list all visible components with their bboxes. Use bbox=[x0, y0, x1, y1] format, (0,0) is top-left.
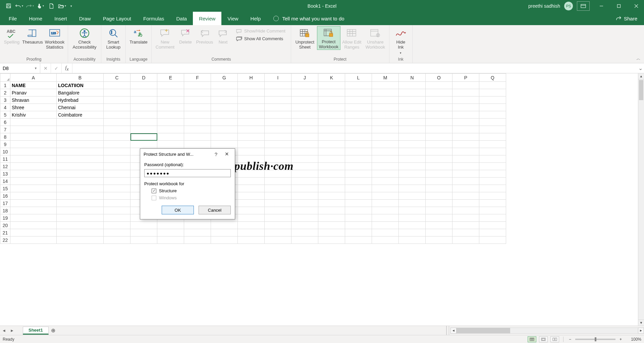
cell[interactable] bbox=[345, 148, 372, 155]
cell[interactable] bbox=[345, 185, 372, 192]
cell[interactable] bbox=[130, 96, 157, 104]
cell[interactable] bbox=[211, 89, 238, 96]
cell[interactable] bbox=[184, 236, 211, 244]
cell[interactable] bbox=[318, 148, 345, 155]
cell[interactable] bbox=[10, 229, 57, 236]
cell[interactable] bbox=[291, 126, 318, 133]
cell[interactable] bbox=[238, 119, 265, 126]
structure-checkbox-row[interactable]: ✓ Structure bbox=[152, 188, 231, 193]
cell[interactable] bbox=[479, 96, 506, 104]
cell[interactable] bbox=[426, 222, 452, 229]
zoom-in-button[interactable]: + bbox=[618, 337, 623, 342]
cell[interactable] bbox=[452, 214, 479, 222]
cell[interactable] bbox=[452, 229, 479, 236]
cell[interactable] bbox=[104, 104, 130, 111]
cell[interactable] bbox=[238, 82, 265, 89]
cell[interactable] bbox=[57, 236, 104, 244]
redo-icon[interactable]: ▾ bbox=[25, 1, 35, 11]
column-header[interactable]: L bbox=[345, 74, 372, 82]
cell[interactable] bbox=[479, 163, 506, 170]
scroll-up-icon[interactable]: ▲ bbox=[638, 73, 644, 79]
cell[interactable] bbox=[238, 126, 265, 133]
cell[interactable] bbox=[399, 192, 426, 200]
cell[interactable] bbox=[345, 214, 372, 222]
select-all-corner[interactable] bbox=[0, 74, 10, 82]
tab-data[interactable]: Data bbox=[170, 12, 193, 25]
cell[interactable] bbox=[238, 104, 265, 111]
zoom-slider[interactable] bbox=[575, 339, 615, 340]
scroll-right-icon[interactable]: ► bbox=[638, 328, 644, 334]
cell[interactable] bbox=[265, 222, 291, 229]
cell[interactable] bbox=[399, 170, 426, 178]
cell[interactable] bbox=[426, 170, 452, 178]
cell[interactable] bbox=[399, 148, 426, 155]
cell[interactable] bbox=[399, 200, 426, 207]
cell[interactable] bbox=[318, 178, 345, 185]
scroll-down-icon[interactable]: ▼ bbox=[638, 320, 644, 326]
cell[interactable] bbox=[479, 155, 506, 163]
row-header[interactable]: 18 bbox=[0, 207, 10, 214]
zoom-out-button[interactable]: − bbox=[568, 337, 573, 342]
cell[interactable] bbox=[291, 148, 318, 155]
cell[interactable]: Pranav bbox=[10, 89, 57, 96]
cell[interactable] bbox=[372, 170, 399, 178]
cell[interactable] bbox=[345, 111, 372, 119]
row-header[interactable]: 5 bbox=[0, 111, 10, 119]
cell[interactable] bbox=[130, 141, 157, 148]
column-header[interactable]: H bbox=[238, 74, 265, 82]
cell[interactable] bbox=[104, 96, 130, 104]
cell[interactable] bbox=[265, 148, 291, 155]
cell[interactable] bbox=[57, 229, 104, 236]
column-header[interactable]: K bbox=[318, 74, 345, 82]
cell[interactable] bbox=[399, 111, 426, 119]
cell[interactable] bbox=[157, 222, 184, 229]
cell[interactable] bbox=[104, 163, 130, 170]
cell[interactable] bbox=[345, 170, 372, 178]
cell[interactable] bbox=[157, 126, 184, 133]
ok-button[interactable]: OK bbox=[162, 206, 194, 214]
tab-draw[interactable]: Draw bbox=[73, 12, 97, 25]
cell[interactable] bbox=[130, 89, 157, 96]
tab-file[interactable]: File bbox=[3, 12, 23, 25]
cell[interactable] bbox=[291, 222, 318, 229]
cell[interactable] bbox=[130, 104, 157, 111]
cell[interactable] bbox=[238, 207, 265, 214]
cell[interactable] bbox=[184, 222, 211, 229]
cell[interactable] bbox=[57, 126, 104, 133]
account-name[interactable]: preethi sadhish bbox=[528, 3, 560, 9]
column-header[interactable]: N bbox=[399, 74, 426, 82]
cell[interactable] bbox=[238, 236, 265, 244]
cell[interactable] bbox=[104, 111, 130, 119]
column-header[interactable]: C bbox=[104, 74, 130, 82]
row-header[interactable]: 13 bbox=[0, 170, 10, 178]
cell[interactable] bbox=[10, 207, 57, 214]
tab-help[interactable]: Help bbox=[245, 12, 267, 25]
cell[interactable] bbox=[291, 214, 318, 222]
cell[interactable] bbox=[345, 178, 372, 185]
cell[interactable] bbox=[291, 96, 318, 104]
cell[interactable] bbox=[479, 89, 506, 96]
cell[interactable]: Krishiv bbox=[10, 111, 57, 119]
cell[interactable] bbox=[426, 104, 452, 111]
cell[interactable] bbox=[211, 236, 238, 244]
worksheet-grid[interactable]: ABCDEFGHIJKLMNOPQ1NAMELOCATIION2PranavBa… bbox=[0, 73, 644, 326]
cell[interactable] bbox=[479, 119, 506, 126]
cell[interactable] bbox=[211, 96, 238, 104]
scroll-thumb[interactable] bbox=[639, 80, 643, 100]
cell[interactable] bbox=[265, 96, 291, 104]
cell[interactable] bbox=[10, 148, 57, 155]
cell[interactable] bbox=[345, 82, 372, 89]
cell[interactable] bbox=[318, 155, 345, 163]
dialog-help-button[interactable]: ? bbox=[211, 149, 221, 159]
cell[interactable] bbox=[291, 200, 318, 207]
cell[interactable] bbox=[479, 229, 506, 236]
cell[interactable] bbox=[265, 192, 291, 200]
cell[interactable] bbox=[426, 111, 452, 119]
open-folder-icon[interactable]: ▾ bbox=[57, 1, 67, 11]
cell[interactable] bbox=[157, 229, 184, 236]
cell[interactable] bbox=[104, 185, 130, 192]
tab-view[interactable]: View bbox=[221, 12, 244, 25]
cell[interactable] bbox=[238, 192, 265, 200]
cell[interactable] bbox=[345, 200, 372, 207]
cell[interactable] bbox=[130, 133, 157, 141]
